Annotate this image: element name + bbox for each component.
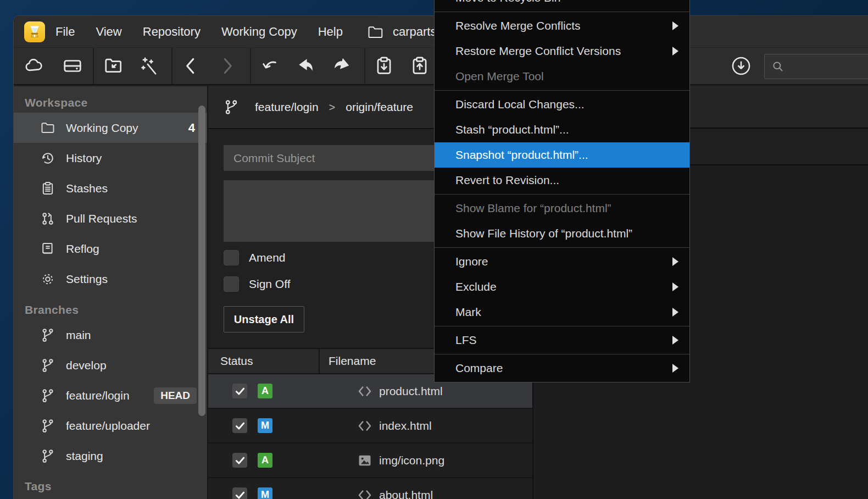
amend-checkbox[interactable] <box>224 250 239 265</box>
menu-separator <box>435 194 689 195</box>
menu-repository[interactable]: Repository <box>132 16 211 47</box>
code-file-icon <box>357 418 373 434</box>
submenu-arrow-icon <box>672 308 678 317</box>
file-name: index.html <box>379 419 432 433</box>
clipboard-up-icon <box>409 56 430 76</box>
menu-item-label: Resolve Merge Conflicts <box>455 19 581 32</box>
search-icon <box>771 59 785 74</box>
sidebar-item-label: Working Copy <box>66 121 138 135</box>
pull-button[interactable] <box>295 55 317 77</box>
menu-item-mark[interactable]: Mark <box>435 300 689 325</box>
breadcrumb-branch[interactable]: feature/login <box>255 101 319 114</box>
branch-label: staging <box>66 450 103 463</box>
file-checkbox[interactable] <box>232 384 247 398</box>
menu-item-compare[interactable]: Compare <box>435 356 689 381</box>
menu-item-revert-to-revision[interactable]: Revert to Revision... <box>435 168 689 193</box>
drive-icon <box>62 56 83 76</box>
menu-item-label: LFS <box>455 334 477 346</box>
menu-item-move-to-recycle-bin[interactable]: Move to Recycle Bin <box>435 0 689 10</box>
branch-label: feature/login <box>66 389 130 402</box>
menu-item-restore-merge-conflict-versions[interactable]: Restore Merge Conflict Versions <box>435 38 689 64</box>
menu-item-show-file-history[interactable]: Show File History of “product.html” <box>435 221 689 246</box>
menu-item-label: Compare <box>455 362 503 374</box>
sidebar-item-settings[interactable]: Settings <box>14 264 207 294</box>
chevron-right-icon <box>217 56 238 76</box>
menu-separator <box>435 90 689 91</box>
push-arrow-icon <box>331 56 352 76</box>
sidebar-item-history[interactable]: History <box>14 143 207 173</box>
sidebar-item-label: History <box>66 152 102 165</box>
desktop: File View Repository Working Copy Help c… <box>0 0 868 499</box>
sidebar-scrollbar-thumb[interactable] <box>198 106 205 416</box>
open-repository-button[interactable] <box>103 55 125 77</box>
quick-actions-button[interactable] <box>138 55 160 77</box>
file-row-about[interactable]: M about.html <box>208 478 532 499</box>
sidebar-branch-feature-uploader[interactable]: feature/uploader <box>14 411 207 441</box>
file-checkbox[interactable] <box>232 418 247 433</box>
menu-view[interactable]: View <box>85 16 132 47</box>
search-input[interactable] <box>785 60 862 73</box>
file-row-index[interactable]: M index.html <box>208 409 532 443</box>
menu-item-ignore[interactable]: Ignore <box>435 249 689 274</box>
fetch-button[interactable] <box>259 55 281 77</box>
file-name: product.html <box>379 385 443 398</box>
menu-item-lfs[interactable]: LFS <box>435 328 689 353</box>
updates-button[interactable] <box>730 55 752 77</box>
menu-separator <box>435 12 689 12</box>
menu-item-label: Exclude <box>455 280 497 293</box>
menu-file[interactable]: File <box>45 16 85 47</box>
cloud-services-button[interactable] <box>23 55 45 77</box>
forward-button[interactable] <box>216 55 238 77</box>
branch-icon <box>40 418 56 434</box>
head-badge: HEAD <box>154 387 197 404</box>
menu-item-discard-local-changes[interactable]: Discard Local Changes... <box>435 92 689 117</box>
folder-icon <box>368 25 384 39</box>
menu-separator <box>435 354 689 354</box>
sidebar-branch-staging[interactable]: staging <box>14 441 207 471</box>
submenu-arrow-icon <box>672 364 678 373</box>
status-badge-added: A <box>258 453 272 468</box>
clipboard-down-icon <box>374 56 394 76</box>
sidebar-item-working-copy[interactable]: Working Copy 4 <box>14 113 207 143</box>
column-filename[interactable]: Filename <box>319 354 376 368</box>
file-checkbox[interactable] <box>232 453 247 468</box>
menu-item-label: Restore Merge Conflict Versions <box>455 45 621 57</box>
gear-icon <box>40 271 56 287</box>
breadcrumb-remote[interactable]: origin/feature <box>346 101 413 114</box>
toolbar-divider <box>250 48 251 84</box>
pull-request-icon <box>40 210 56 227</box>
branch-icon <box>40 357 56 374</box>
sidebar-item-reflog[interactable]: Reflog <box>14 234 207 264</box>
menu-item-exclude[interactable]: Exclude <box>435 274 689 300</box>
column-status[interactable]: Status <box>208 354 319 368</box>
sidebar-branch-develop[interactable]: develop <box>14 350 207 380</box>
back-button[interactable] <box>180 55 202 77</box>
unstage-all-button[interactable]: Unstage All <box>224 306 304 332</box>
tags-header: Tags <box>14 476 207 496</box>
apply-stash-button[interactable] <box>409 55 431 77</box>
local-repos-button[interactable] <box>62 55 84 77</box>
sidebar-branch-main[interactable]: main <box>14 320 207 350</box>
magic-wand-icon <box>139 56 160 76</box>
search-box[interactable] <box>764 54 868 79</box>
check-icon <box>235 386 246 397</box>
submenu-arrow-icon <box>672 47 678 56</box>
menu-item-resolve-merge-conflicts[interactable]: Resolve Merge Conflicts <box>435 13 689 38</box>
sidebar-item-pull-requests[interactable]: Pull Requests <box>14 203 207 234</box>
status-badge-modified: M <box>258 418 272 433</box>
menu-item-stash-file[interactable]: Stash “product.html”... <box>435 117 689 142</box>
repo-tab[interactable]: carparts- <box>368 25 441 39</box>
menu-item-snapshot-file[interactable]: Snapshot “product.html”... <box>435 142 689 168</box>
file-row-icon-png[interactable]: A img/icon.png <box>208 443 532 478</box>
menu-help[interactable]: Help <box>308 16 353 47</box>
menu-item-open-merge-tool: Open Merge Tool <box>435 64 689 89</box>
file-checkbox[interactable] <box>232 487 247 499</box>
push-button[interactable] <box>331 55 353 77</box>
menu-working-copy[interactable]: Working Copy <box>211 16 308 47</box>
sidebar-branch-feature-login[interactable]: feature/login HEAD <box>14 380 207 411</box>
stash-button[interactable] <box>373 55 395 77</box>
signoff-checkbox[interactable] <box>224 276 239 292</box>
sidebar-item-label: Stashes <box>66 182 108 195</box>
file-name: about.html <box>379 489 433 499</box>
sidebar-item-stashes[interactable]: Stashes <box>14 173 207 203</box>
